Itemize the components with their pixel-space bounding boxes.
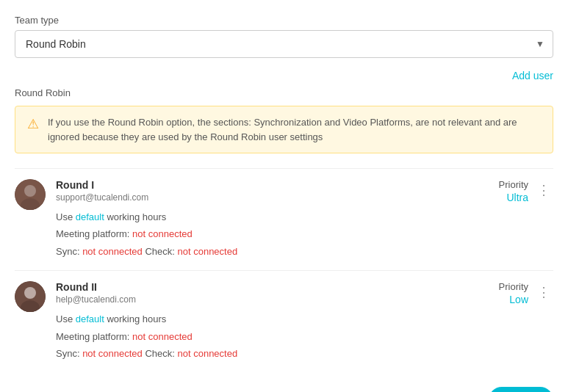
user-email: help@tucalendi.com bbox=[56, 294, 459, 305]
working-hours-suffix: working hours bbox=[104, 211, 167, 222]
warning-icon: ⚠ bbox=[27, 116, 39, 132]
user-sync: Sync: not connected Check: not connected bbox=[56, 243, 459, 260]
meeting-platform-value: not connected bbox=[132, 228, 193, 239]
round-robin-section-label: Round Robin bbox=[15, 87, 553, 98]
sync-value: not connected bbox=[82, 348, 143, 359]
svg-point-4 bbox=[24, 287, 36, 299]
priority-section: Priority Low bbox=[470, 281, 528, 305]
check-prefix: Check: bbox=[143, 348, 178, 359]
warning-text: If you use the Round Robin option, the s… bbox=[48, 115, 541, 144]
avatar bbox=[15, 281, 46, 312]
add-user-row: Add user bbox=[15, 70, 553, 81]
card-right: Priority Low ⋮ bbox=[470, 281, 553, 305]
priority-section: Priority Ultra bbox=[470, 179, 528, 203]
meeting-platform-prefix: Meeting platform: bbox=[56, 228, 132, 239]
sync-prefix: Sync: bbox=[56, 246, 82, 257]
team-type-select-wrapper: Round Robin Fixed Pooled ▼ bbox=[15, 30, 553, 58]
more-menu-button[interactable]: ⋮ bbox=[534, 281, 553, 303]
more-menu-button[interactable]: ⋮ bbox=[534, 179, 553, 201]
sync-value: not connected bbox=[82, 246, 143, 257]
default-working-hours-link[interactable]: default bbox=[76, 313, 104, 324]
svg-point-1 bbox=[24, 185, 36, 197]
user-meeting-platform: Meeting platform: not connected bbox=[56, 225, 459, 242]
check-value: not connected bbox=[178, 246, 238, 257]
card-right: Priority Ultra ⋮ bbox=[470, 179, 553, 203]
user-sync: Sync: not connected Check: not connected bbox=[56, 345, 459, 362]
user-info: Round II help@tucalendi.com Use default … bbox=[56, 281, 459, 362]
priority-label: Priority bbox=[499, 281, 528, 292]
user-working-hours: Use default working hours bbox=[56, 311, 459, 327]
user-name: Round I bbox=[56, 179, 459, 191]
working-hours-suffix: working hours bbox=[104, 313, 167, 324]
user-email: support@tucalendi.com bbox=[56, 192, 459, 203]
sync-prefix: Sync: bbox=[56, 348, 82, 359]
save-section: Save bbox=[15, 387, 553, 392]
default-working-hours-link[interactable]: default bbox=[76, 211, 104, 222]
priority-value: Low bbox=[509, 294, 528, 305]
team-type-select[interactable]: Round Robin Fixed Pooled bbox=[15, 30, 553, 58]
avatar bbox=[15, 179, 46, 210]
team-type-label: Team type bbox=[15, 15, 553, 26]
working-hours-prefix: Use bbox=[56, 313, 76, 324]
working-hours-prefix: Use bbox=[56, 211, 76, 222]
meeting-platform-value: not connected bbox=[132, 331, 193, 342]
table-row: Round I support@tucalendi.com Use defaul… bbox=[15, 168, 553, 270]
priority-value: Ultra bbox=[506, 192, 528, 203]
user-name: Round II bbox=[56, 281, 459, 293]
user-info: Round I support@tucalendi.com Use defaul… bbox=[56, 179, 459, 260]
check-prefix: Check: bbox=[143, 246, 178, 257]
meeting-platform-prefix: Meeting platform: bbox=[56, 331, 132, 342]
add-user-button[interactable]: Add user bbox=[512, 70, 553, 81]
warning-box: ⚠ If you use the Round Robin option, the… bbox=[15, 106, 553, 153]
user-meeting-platform: Meeting platform: not connected bbox=[56, 328, 459, 345]
check-value: not connected bbox=[178, 348, 238, 359]
save-button[interactable]: Save bbox=[489, 387, 553, 392]
priority-label: Priority bbox=[499, 179, 528, 190]
table-row: Round II help@tucalendi.com Use default … bbox=[15, 270, 553, 372]
avatar-image bbox=[15, 179, 46, 210]
users-list: Round I support@tucalendi.com Use defaul… bbox=[15, 168, 553, 372]
user-working-hours: Use default working hours bbox=[56, 208, 459, 225]
avatar-image bbox=[15, 281, 46, 312]
